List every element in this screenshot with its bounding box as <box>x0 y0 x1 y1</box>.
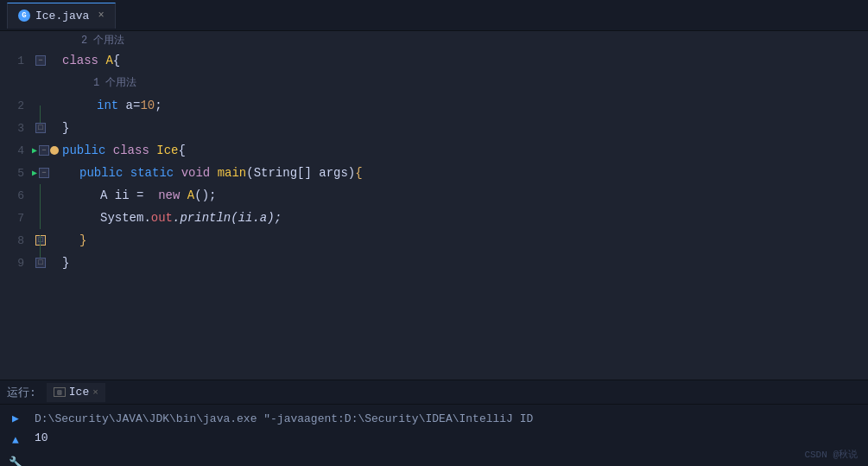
bottom-tab-close[interactable]: × <box>92 387 98 398</box>
line-num-9: 9 <box>0 257 31 270</box>
line-num-6: 6 <box>0 189 31 202</box>
fold-btn-4[interactable]: − <box>39 145 49 156</box>
run-btn-4[interactable]: ▶ <box>32 145 37 156</box>
editor-area: 2 个用法 1 − class A{ 1 个用法 2 int a=10; <box>0 31 868 380</box>
fold-btn-1[interactable]: − <box>35 55 46 66</box>
bp-1 <box>50 56 59 65</box>
wrench-icon[interactable]: 🔧 <box>9 456 23 466</box>
code-5: public static void main(String[] args){ <box>59 162 363 184</box>
inner-hint: 1 个用法 <box>59 72 136 94</box>
code-1: class A{ <box>59 49 120 72</box>
code-line-6: 6 A ii = new A(); <box>0 184 868 207</box>
bottom-tab-bar: 运行: ▤ Ice × <box>0 380 868 405</box>
code-9: } <box>59 252 69 274</box>
bp-2 <box>50 101 59 110</box>
gutter-4: ▶ − <box>31 145 50 156</box>
gutter-3: □ <box>31 123 50 133</box>
fold-btn-9[interactable]: □ <box>35 258 46 268</box>
code-line-3: 3 □ } <box>0 117 868 139</box>
line-num-1: 1 <box>0 54 31 67</box>
line-num-2: 2 <box>0 99 31 112</box>
code-4: public class Ice{ <box>59 139 186 162</box>
line-num-7: 7 <box>0 212 31 225</box>
line-num-5: 5 <box>0 167 31 180</box>
line-num-8: 8 <box>0 234 31 247</box>
gutter-8: □ <box>31 235 50 246</box>
terminal-icon: ▤ <box>54 387 66 397</box>
bp-8 <box>50 236 59 245</box>
code-6: A ii = new A(); <box>59 184 216 207</box>
code-3: } <box>59 117 69 139</box>
bottom-content: ▶ ▲ 🔧 ▼ D:\Security\JAVA\JDK\bin\java.ex… <box>0 405 868 466</box>
play-button[interactable]: ▶ <box>12 412 19 425</box>
gutter-1: − <box>31 55 50 66</box>
tab-bar: G Ice.java × <box>0 0 868 31</box>
fold-btn-3[interactable]: □ <box>35 123 46 133</box>
code-2: int a=10; <box>59 94 162 117</box>
fold-btn-8[interactable]: □ <box>35 235 46 246</box>
bottom-actions: ▶ ▲ 🔧 ▼ <box>0 408 31 463</box>
gutter-9: □ <box>31 258 50 268</box>
bp-3 <box>50 124 59 132</box>
bp-6 <box>50 191 59 200</box>
code-line-9: 9 □ } <box>0 252 868 274</box>
bottom-panel: 运行: ▤ Ice × ▶ ▲ 🔧 ▼ D:\Security\JAVA\JDK… <box>0 380 868 466</box>
run-btn-5[interactable]: ▶ <box>32 168 37 178</box>
code-line-8: 8 □ } <box>0 229 868 252</box>
code-line-7: 7 System.out.println(ii.a); <box>0 207 868 229</box>
tab-close-button[interactable]: × <box>98 10 104 22</box>
output-command: D:\Security\JAVA\JDK\bin\java.exe "-java… <box>35 410 865 429</box>
editor-tab-ice[interactable]: G Ice.java × <box>7 3 116 29</box>
bp-5 <box>50 169 59 177</box>
tab-file-icon: G <box>18 10 30 22</box>
code-8: } <box>59 229 86 252</box>
up-button[interactable]: ▲ <box>12 434 19 447</box>
code-line-2: 2 int a=10; <box>0 94 868 117</box>
bp-9 <box>50 259 59 267</box>
line-num-4: 4 <box>0 144 31 157</box>
output-result: 10 <box>35 429 865 448</box>
watermark: CSDN @秋说 <box>804 448 858 461</box>
code-hint-line: 1 个用法 <box>0 72 868 94</box>
code-7: System.out.println(ii.a); <box>59 207 282 229</box>
code-line-4: 4 ▶ − public class Ice{ <box>0 139 868 162</box>
fold-btn-5[interactable]: − <box>39 168 49 178</box>
bp-hint <box>50 79 59 87</box>
bottom-tab-label: Ice <box>69 386 89 399</box>
fold-hint-top: 2 个用法 <box>0 31 868 49</box>
bottom-tab-ice[interactable]: ▤ Ice × <box>47 383 105 402</box>
breakpoint-4[interactable] <box>50 146 59 155</box>
code-line-5: 5 ▶ − public static void main(String[] a… <box>0 162 868 184</box>
gutter-5: ▶ − <box>31 168 50 178</box>
code-line-1: 1 − class A{ <box>0 49 868 72</box>
terminal-output: D:\Security\JAVA\JDK\bin\java.exe "-java… <box>31 408 868 463</box>
run-label: 运行: <box>7 385 36 400</box>
line-num-3: 3 <box>0 122 31 135</box>
code-container: 1 − class A{ 1 个用法 2 int a=10; 3 <box>0 49 868 380</box>
bp-7 <box>50 214 59 222</box>
tab-label: Ice.java <box>35 10 89 22</box>
